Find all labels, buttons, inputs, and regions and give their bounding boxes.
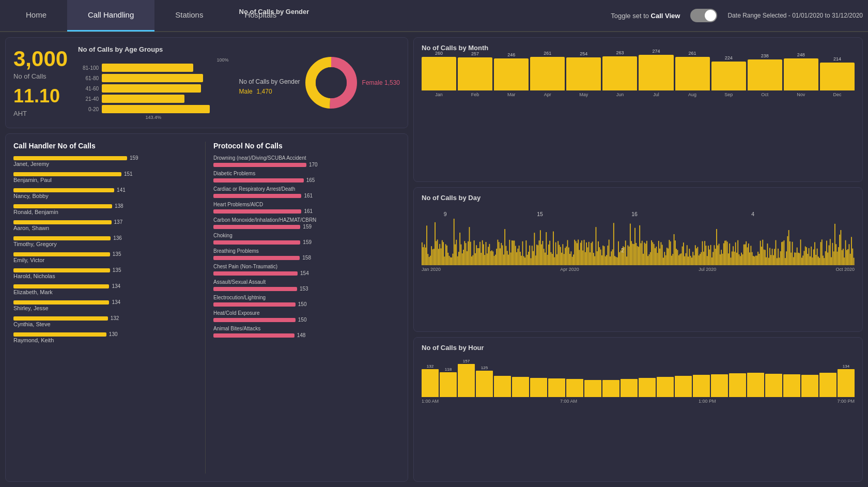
month-bar-rect [458,57,492,90]
protocol-bar-wrap: 154 [213,270,400,276]
handler-name: Benjamin, Paul [13,177,200,183]
hour-bar-col [584,374,601,397]
hour-bar-value: 132 [427,364,433,369]
svg-rect-85 [519,246,520,265]
svg-rect-271 [739,254,740,265]
svg-rect-348 [830,239,831,265]
hour-bar-col: 157 [458,359,475,397]
svg-rect-242 [704,241,705,265]
svg-rect-114 [553,232,554,265]
svg-rect-203 [658,241,659,265]
tab-home[interactable]: Home [5,0,67,32]
svg-rect-329 [807,254,808,265]
svg-rect-206 [662,245,663,265]
svg-rect-169 [618,241,619,265]
svg-rect-15 [436,241,437,265]
svg-rect-60 [489,244,490,265]
tab-call-handling[interactable]: Call Handling [67,0,154,32]
month-bar-rect [639,55,673,90]
protocol-value: 153 [300,286,308,292]
svg-rect-344 [825,251,826,265]
svg-rect-36 [461,245,462,265]
svg-rect-222 [680,253,681,265]
svg-rect-288 [759,254,760,265]
svg-rect-76 [508,254,509,265]
top-navigation: Home Call Handling Stations Hospitals To… [0,0,868,32]
svg-rect-122 [562,244,563,265]
svg-rect-265 [732,251,733,265]
protocol-row: Diabetic Problems 165 [213,171,400,183]
svg-rect-64 [494,256,495,265]
svg-rect-285 [755,255,756,265]
svg-rect-134 [577,243,578,265]
toggle-view-value: Call View [651,12,680,20]
month-bar-col: 257 Feb [458,51,492,97]
svg-rect-143 [587,247,588,265]
protocol-bar-wrap: 165 [213,177,400,183]
month-bar-col: 274 Jul [639,49,673,97]
handler-value: 159 [130,155,138,161]
calls-by-hour-card: No of Calls by Hour 132 118 157 125 [413,337,863,482]
svg-rect-368 [854,258,855,265]
calls-value: 3,000 [13,48,68,70]
month-bar-rect [602,56,637,90]
svg-rect-188 [641,243,642,265]
svg-rect-91 [525,240,526,265]
svg-rect-163 [611,251,612,265]
age-bar-rect [102,64,193,72]
age-groups-title: No of Calls by Age Groups [78,45,228,53]
svg-rect-296 [768,258,769,265]
day-axis-jan: Jan 2020 [422,267,441,272]
svg-rect-257 [722,254,723,265]
protocol-bar-wrap: 161 [213,208,400,214]
male-label: Male [239,88,253,95]
month-bar-rect [494,58,529,90]
svg-rect-23 [445,244,446,265]
svg-rect-42 [468,241,469,265]
svg-rect-358 [842,250,843,265]
protocol-name: Heart Problems/AICD [213,202,400,207]
svg-rect-27 [450,257,451,265]
protocol-bar-wrap: 158 [213,255,400,261]
day-axis-oct: Oct 2020 [835,267,855,272]
svg-rect-4 [423,247,424,265]
svg-rect-33 [457,256,458,265]
handler-bar-wrap: 137 [13,219,200,225]
handler-row: 134 Shirley, Jesse [13,299,200,311]
svg-rect-235 [696,248,697,265]
svg-rect-355 [838,247,839,265]
svg-rect-72 [503,254,504,265]
tab-stations[interactable]: Stations [154,0,224,32]
handler-bar-wrap: 136 [13,235,200,241]
hour-bar-col: 125 [476,366,493,397]
svg-rect-17 [438,249,439,265]
svg-rect-61 [490,251,491,265]
svg-rect-207 [663,257,664,265]
svg-rect-166 [614,256,615,265]
svg-rect-295 [767,244,768,265]
svg-rect-236 [697,247,698,265]
age-bar-row: 41-60 [78,84,228,93]
svg-rect-362 [846,250,847,265]
protocol-bar-wrap: 159 [213,224,400,230]
svg-rect-337 [817,249,818,265]
protocol-bar-rect [213,318,296,322]
protocol-row: Electrocution/Lightning 150 [213,295,400,307]
age-label: 21-40 [78,96,99,102]
svg-rect-10 [430,256,431,265]
svg-rect-254 [719,244,720,265]
svg-rect-230 [690,256,691,265]
handler-bar-rect [13,188,114,192]
svg-rect-66 [496,249,497,265]
svg-rect-88 [522,241,523,265]
svg-rect-68 [499,242,500,265]
tab-hospitals[interactable]: Hospitals [224,0,297,32]
handler-value: 138 [115,203,123,209]
handler-bar-wrap: 134 [13,299,200,305]
svg-rect-125 [566,247,567,265]
hour-bar-col [783,368,800,397]
month-bar-label: May [579,92,588,97]
call-view-toggle[interactable] [690,9,717,22]
hour-bar-rect [440,372,457,397]
hour-bar-col [729,367,746,397]
